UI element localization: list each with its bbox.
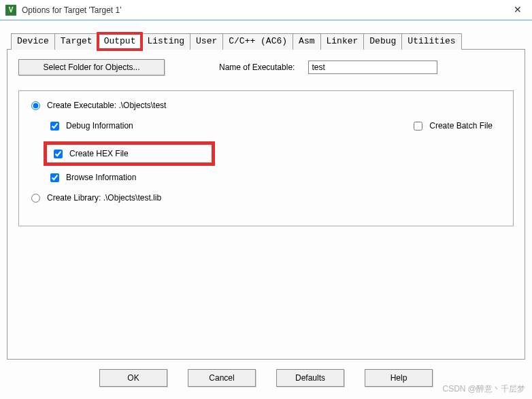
- tab-device[interactable]: Device: [11, 33, 55, 50]
- tab-listing[interactable]: Listing: [141, 33, 190, 50]
- name-executable-label: Name of Executable:: [219, 63, 295, 72]
- tab-bar: Device Target Output Listing User C/C++ …: [7, 33, 525, 50]
- output-panel: Select Folder for Objects... Name of Exe…: [7, 50, 525, 360]
- create-hex-highlight: Create HEX File: [44, 141, 215, 166]
- browse-info-checkbox[interactable]: [50, 173, 59, 182]
- tab-target[interactable]: Target: [54, 33, 99, 50]
- output-group: Create Executable: .\Objects\test Debug …: [18, 90, 514, 226]
- create-library-radio-row: Create Library: .\Objects\test.lib: [31, 193, 501, 203]
- create-batch-label: Create Batch File: [429, 121, 493, 131]
- tab-utilities[interactable]: Utilities: [401, 33, 461, 50]
- ok-button[interactable]: OK: [99, 369, 167, 387]
- debug-info-label: Debug Information: [66, 121, 133, 131]
- name-executable-input[interactable]: [308, 60, 437, 74]
- browse-info-label: Browse Information: [66, 173, 136, 182]
- create-executable-radio-row: Create Executable: .\Objects\test: [31, 101, 501, 110]
- debug-info-checkbox[interactable]: [50, 122, 59, 131]
- tab-debug[interactable]: Debug: [363, 33, 402, 50]
- create-library-label: Create Library: .\Objects\test.lib: [47, 193, 161, 203]
- defaults-button[interactable]: Defaults: [276, 369, 344, 387]
- create-batch-row: Create Batch File: [414, 121, 493, 131]
- tab-asm[interactable]: Asm: [293, 33, 320, 50]
- create-library-radio[interactable]: [31, 194, 40, 203]
- select-folder-button[interactable]: Select Folder for Objects...: [18, 59, 165, 75]
- create-executable-radio[interactable]: [31, 101, 40, 110]
- app-icon: V: [5, 5, 16, 16]
- window-title: Options for Target 'Target 1': [22, 5, 121, 15]
- top-row: Select Folder for Objects... Name of Exe…: [18, 59, 514, 75]
- browse-info-row: Browse Information: [50, 173, 501, 182]
- create-batch-checkbox[interactable]: [414, 122, 422, 131]
- tab-linker[interactable]: Linker: [320, 33, 365, 50]
- tab-cpp[interactable]: C/C++ (AC6): [222, 33, 293, 50]
- browse-info-wrap: Browse Information: [50, 173, 501, 182]
- window-body: Device Target Output Listing User C/C++ …: [0, 20, 532, 399]
- dialog-buttons: OK Cancel Defaults Help: [7, 360, 525, 392]
- close-icon[interactable]: ✕: [512, 4, 524, 16]
- titlebar: V Options for Target 'Target 1' ✕: [0, 0, 532, 20]
- cancel-button[interactable]: Cancel: [188, 369, 256, 387]
- tab-output[interactable]: Output: [98, 33, 142, 50]
- help-button[interactable]: Help: [365, 369, 433, 387]
- create-hex-row: Create HEX File: [54, 149, 205, 158]
- create-hex-label: Create HEX File: [69, 149, 129, 158]
- tab-user[interactable]: User: [190, 33, 223, 50]
- create-hex-checkbox[interactable]: [54, 150, 63, 158]
- create-executable-label: Create Executable: .\Objects\test: [47, 101, 166, 110]
